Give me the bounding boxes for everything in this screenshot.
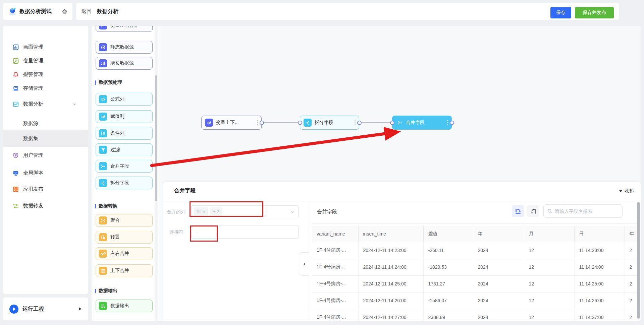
sidebar-item-label: 用户管理 [23, 152, 43, 158]
play-icon [9, 305, 18, 314]
table-column-header: 月 [524, 226, 574, 242]
sidebar-item[interactable]: 用户管理 [3, 148, 88, 162]
connector-label: 连接符 [169, 225, 183, 238]
toolbar-divider [312, 223, 637, 224]
variable-management-icon: X [13, 58, 19, 64]
run-project-label: 运行工程 [22, 306, 78, 313]
palette-item[interactable]: 增长数据源 [96, 57, 153, 70]
table-cell: -260.11 [423, 242, 473, 259]
table-cell: 12 [524, 292, 574, 309]
back-link[interactable]: 返回 [82, 8, 92, 15]
table-cell: -1586.07 [423, 292, 473, 309]
palette-item[interactable]: 转置 [96, 231, 153, 244]
search-icon [547, 208, 552, 214]
palette-item[interactable]: 聚合 [96, 214, 153, 227]
panel-scrollbar-thumb[interactable] [637, 202, 640, 319]
data-table-wrap: variant_nameinsert_time差值年月日年 1F-4号病房-..… [312, 226, 638, 321]
save-button[interactable]: 保存 [550, 7, 571, 18]
palette-section-label: 数据预处理 [99, 79, 122, 85]
palette-item-label: 公式列 [110, 96, 124, 102]
sidebar-item-label: 数据转发 [23, 203, 43, 209]
palette-item[interactable]: 条件列 [96, 127, 153, 140]
node-port[interactable] [298, 121, 302, 125]
table-row: 1F-4号病房-...2024-12-11 14:27:002388.89202… [312, 309, 638, 321]
sidebar-item[interactable]: X变量管理 [3, 54, 88, 68]
save-publish-button[interactable]: 保存并发布 [575, 7, 614, 18]
palette-item[interactable]: 变量左右合并 [96, 26, 153, 32]
node-menu-icon[interactable] [355, 120, 356, 125]
sidebar-item[interactable]: 报警管理 [3, 68, 88, 81]
formula-column-icon: Σx [99, 95, 107, 103]
palette-item[interactable]: 静态数据源 [96, 41, 153, 54]
node-port[interactable] [357, 121, 362, 125]
triangle-left-icon [303, 262, 306, 266]
row-to-column-icon[interactable] [512, 205, 524, 217]
alarm-management-icon [13, 72, 19, 78]
sidebar-item[interactable]: 数据转发 [3, 199, 88, 213]
section-bar-icon [95, 204, 96, 208]
merge-columns-label: 合并的列 [167, 205, 185, 218]
svg-text:=A: =A [207, 121, 211, 125]
node-menu-icon[interactable] [447, 120, 448, 125]
palette-section-title: 数据预处理 [95, 79, 122, 86]
flow-edge [359, 122, 392, 123]
svg-text:Σx: Σx [101, 97, 105, 101]
table-row: 1F-4号病房-...2024-12-11 14:23:00-260.11202… [312, 242, 638, 259]
collapse-button[interactable]: 收起 [619, 188, 634, 194]
palette-item[interactable]: 合并字段 [96, 160, 153, 173]
sidebar-subitem[interactable]: 数据源 [3, 115, 88, 132]
sidebar-item[interactable]: 存储管理 [3, 81, 88, 95]
gear-icon[interactable] [61, 8, 68, 15]
palette-item[interactable]: 上下合并 [96, 264, 153, 277]
main-content-card: 变量左右合并静态数据源增长数据源数据预处理Σx公式列=A赋值列条件列过滤合并字段… [92, 26, 641, 321]
palette-item-label: 变量左右合并 [110, 26, 139, 28]
annotation-rect-merge-columns [190, 201, 263, 217]
sidebar-item[interactable]: 应用发布 [3, 182, 88, 196]
table-cell: 2 [625, 259, 638, 275]
sidebar-item[interactable]: 数据分析 [3, 97, 88, 111]
sidebar-subitem-label: 数据集 [23, 135, 38, 142]
table-cell: 2024-12-11 14:26:00 [358, 292, 423, 309]
section-bar-icon [95, 289, 96, 293]
table-cell: 11 14:27:00 [574, 309, 625, 321]
flow-edge [262, 122, 300, 123]
column-to-row-icon[interactable] [527, 205, 539, 217]
node-port[interactable] [260, 121, 264, 125]
table-column-header: insert_time [358, 226, 423, 242]
table-cell: 12 [524, 242, 574, 259]
node-port[interactable] [450, 121, 454, 125]
palette-item[interactable]: Σx公式列 [96, 93, 153, 106]
flow-node-label: 变量上下... [216, 120, 254, 126]
palette-item[interactable]: =A赋值列 [96, 110, 153, 123]
flow-node[interactable]: 合并字段 [392, 116, 452, 130]
node-port[interactable] [390, 121, 394, 125]
palette-item[interactable]: 数据输出 [96, 300, 153, 312]
sidebar-subitem[interactable]: 数据集 [3, 130, 88, 147]
table-cell: 2 [625, 275, 638, 292]
run-project-button[interactable]: 运行工程 [3, 298, 88, 320]
table-cell: 1F-4号病房-... [312, 309, 358, 321]
palette-scrollbar-thumb[interactable] [155, 75, 157, 201]
sidebar-item[interactable]: </>全局脚本 [3, 166, 88, 180]
node-menu-icon[interactable] [257, 120, 258, 125]
triangle-right-icon[interactable] [78, 307, 82, 311]
table-cell: 11 14:25:00 [574, 275, 625, 292]
sidebar-item[interactable]: 画面管理 [3, 40, 88, 54]
panel-collapse-handle[interactable] [299, 252, 309, 276]
flow-node[interactable]: =A变量上下... [201, 116, 262, 130]
table-cell: 11 14:24:00 [574, 259, 625, 275]
sidebar-item-label: 数据分析 [23, 101, 43, 107]
table-cell: 12 [524, 275, 574, 292]
palette-item[interactable]: 左右合并 [96, 247, 153, 260]
table-cell: 11 14:23:00 [574, 242, 625, 259]
screen-management-icon [13, 44, 19, 50]
flow-node[interactable]: 拆分字段 [300, 116, 359, 130]
field-search-input[interactable] [555, 208, 615, 214]
global-script-icon: </> [13, 170, 19, 176]
palette-item[interactable]: 拆分字段 [96, 177, 153, 189]
palette-item[interactable]: 过滤 [96, 143, 153, 156]
palette-item-label: 拆分字段 [110, 180, 129, 186]
left-right-merge-icon [99, 250, 107, 258]
palette-item-label: 赋值列 [110, 114, 124, 120]
svg-text:</>: </> [14, 172, 17, 174]
